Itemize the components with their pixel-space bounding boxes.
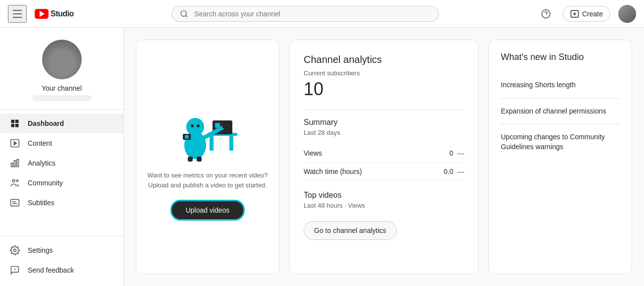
svg-point-30 bbox=[186, 118, 204, 136]
search-icon bbox=[180, 9, 188, 18]
upload-videos-button[interactable]: Upload videos bbox=[170, 200, 245, 221]
your-channel-button[interactable] bbox=[32, 95, 92, 101]
channel-name: Your channel bbox=[42, 84, 82, 92]
upload-card: Want to see metrics on your recent video… bbox=[136, 40, 279, 274]
svg-point-21 bbox=[14, 249, 16, 252]
top-videos-section: Top videos Last 48 hours · Views Go to c… bbox=[304, 191, 464, 240]
channel-section: Your channel bbox=[0, 34, 123, 110]
youtube-logo-icon bbox=[35, 9, 49, 19]
summary-title: Summary bbox=[304, 118, 464, 127]
svg-rect-15 bbox=[17, 160, 18, 167]
news-item-shorts-label: Increasing Shorts length bbox=[501, 81, 576, 89]
sidebar-item-settings[interactable]: Settings bbox=[0, 240, 123, 260]
subscribers-count: 10 bbox=[304, 79, 464, 100]
analytics-label: Analytics bbox=[28, 159, 55, 167]
views-value: 0 bbox=[449, 149, 453, 157]
svg-rect-8 bbox=[15, 120, 19, 123]
analytics-card: Channel analytics Current subscribers 10… bbox=[289, 40, 479, 274]
svg-rect-35 bbox=[197, 157, 202, 162]
dashboard-label: Dashboard bbox=[28, 119, 64, 127]
go-to-channel-analytics-button[interactable]: Go to channel analytics bbox=[304, 221, 397, 240]
main-content: Want to see metrics on your recent video… bbox=[124, 28, 644, 286]
logo[interactable]: Studio bbox=[35, 9, 74, 19]
whats-new-title: What's new in Studio bbox=[501, 52, 620, 62]
sidebar-item-send-feedback[interactable]: Send feedback bbox=[0, 260, 123, 280]
search-input[interactable] bbox=[194, 10, 430, 18]
views-change: — bbox=[457, 149, 464, 157]
news-item-permissions-label: Expansion of channel permissions bbox=[501, 107, 606, 115]
upload-prompt-text: Want to see metrics on your recent video… bbox=[146, 171, 269, 190]
channel-avatar[interactable] bbox=[42, 40, 82, 79]
sidebar-item-content[interactable]: Content bbox=[0, 133, 123, 153]
watchtime-change: — bbox=[457, 168, 464, 175]
svg-rect-13 bbox=[11, 163, 13, 167]
svg-point-31 bbox=[191, 124, 194, 127]
sidebar-item-subtitles[interactable]: Subtitles bbox=[0, 193, 123, 213]
create-icon bbox=[570, 9, 579, 18]
svg-marker-12 bbox=[14, 142, 16, 145]
sidebar-item-analytics[interactable]: Analytics bbox=[0, 153, 123, 173]
community-icon bbox=[10, 178, 20, 188]
sidebar-item-dashboard[interactable]: Dashboard bbox=[0, 114, 123, 133]
top-videos-subtitle: Last 48 hours · Views bbox=[304, 202, 464, 209]
user-avatar[interactable] bbox=[618, 5, 636, 23]
svg-rect-18 bbox=[11, 199, 19, 206]
settings-icon bbox=[10, 245, 20, 255]
top-videos-title: Top videos bbox=[304, 191, 464, 200]
svg-line-1 bbox=[186, 15, 187, 17]
views-label: Views bbox=[304, 149, 322, 157]
news-item-guidelines-label: Upcoming changes to Community Guidelines… bbox=[501, 133, 605, 151]
summary-subtitle: Last 28 days bbox=[304, 129, 464, 136]
svg-rect-26 bbox=[229, 136, 233, 151]
header: Studio Create bbox=[0, 0, 644, 28]
upload-illustration bbox=[168, 93, 247, 163]
subtitles-icon bbox=[10, 198, 20, 208]
svg-point-33 bbox=[222, 123, 228, 129]
news-item-permissions[interactable]: Expansion of channel permissions bbox=[501, 99, 620, 125]
community-label: Community bbox=[28, 179, 63, 187]
svg-rect-34 bbox=[188, 157, 193, 162]
analytics-title: Channel analytics bbox=[304, 54, 464, 65]
svg-rect-7 bbox=[11, 120, 15, 123]
hamburger-menu[interactable] bbox=[8, 5, 27, 23]
svg-point-16 bbox=[12, 179, 15, 182]
avatar-image bbox=[618, 5, 636, 23]
sidebar-item-community[interactable]: Community bbox=[0, 173, 123, 193]
feedback-icon bbox=[10, 265, 20, 275]
create-button[interactable]: Create bbox=[563, 6, 610, 22]
svg-point-0 bbox=[181, 10, 186, 16]
subscribers-label: Current subscribers bbox=[304, 69, 464, 77]
svg-rect-25 bbox=[210, 136, 214, 151]
analytics-icon bbox=[10, 158, 20, 168]
svg-rect-14 bbox=[14, 161, 15, 167]
subtitles-label: Subtitles bbox=[28, 199, 54, 207]
watchtime-label: Watch time (hours) bbox=[304, 168, 362, 175]
help-button[interactable] bbox=[537, 5, 555, 23]
create-label: Create bbox=[582, 10, 603, 18]
news-item-shorts[interactable]: Increasing Shorts length bbox=[501, 72, 620, 99]
settings-label: Settings bbox=[28, 246, 53, 254]
content-label: Content bbox=[28, 139, 52, 147]
svg-rect-9 bbox=[11, 124, 15, 127]
whats-new-card: What's new in Studio Increasing Shorts l… bbox=[488, 40, 632, 274]
svg-rect-10 bbox=[15, 124, 19, 127]
send-feedback-label: Send feedback bbox=[28, 266, 74, 274]
search-bar bbox=[94, 6, 517, 22]
dashboard-icon bbox=[10, 118, 20, 128]
content-icon bbox=[10, 138, 20, 148]
watchtime-value: 0.0 bbox=[444, 168, 453, 175]
news-item-guidelines[interactable]: Upcoming changes to Community Guidelines… bbox=[501, 124, 620, 160]
svg-point-17 bbox=[16, 180, 18, 181]
stat-row-watchtime: Watch time (hours) 0.0 — bbox=[304, 163, 464, 181]
divider-1 bbox=[304, 110, 464, 110]
svg-point-32 bbox=[197, 124, 200, 127]
help-icon bbox=[541, 9, 551, 19]
svg-point-37 bbox=[185, 135, 189, 139]
sidebar: Your channel Dashboard Content Analytics bbox=[0, 28, 124, 286]
logo-text: Studio bbox=[51, 9, 74, 18]
channel-avatar-image bbox=[42, 40, 82, 79]
stat-row-views: Views 0 — bbox=[304, 144, 464, 163]
